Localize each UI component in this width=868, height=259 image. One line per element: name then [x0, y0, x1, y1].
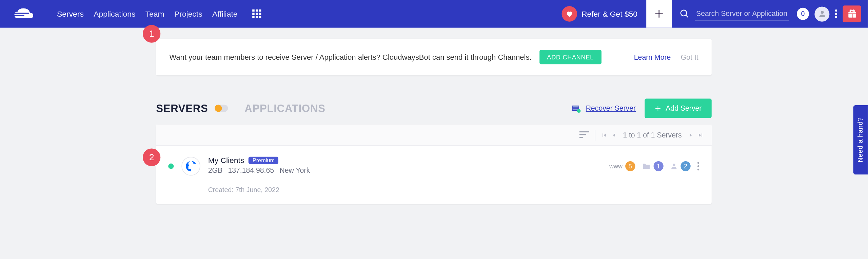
plus-icon — [655, 105, 662, 112]
svg-rect-0 — [13, 13, 29, 14]
page-first-icon[interactable] — [601, 132, 608, 138]
provider-logo — [181, 157, 200, 175]
step-marker-1: 1 — [143, 25, 160, 42]
svg-rect-9 — [579, 131, 589, 132]
step-marker-2: 2 — [143, 148, 160, 166]
channels-banner: Want your team members to receive Server… — [156, 39, 712, 75]
digitalocean-icon — [185, 160, 197, 172]
folder-icon — [642, 162, 651, 170]
primary-nav: Servers Applications Team Projects Affil… — [52, 0, 242, 28]
svg-point-3 — [835, 10, 837, 12]
stat-apps[interactable]: www 5 — [609, 161, 635, 171]
nav-team[interactable]: Team — [140, 0, 169, 28]
recover-server-link[interactable]: Recover Server — [570, 103, 636, 114]
server-info: My Clients Premium 2GB 137.184.98.65 New… — [208, 156, 310, 194]
recover-server-label: Recover Server — [586, 104, 636, 112]
topbar-right: Refer & Get $50 0 — [553, 0, 868, 28]
section-header: SERVERS APPLICATIONS Recover Server Add … — [156, 98, 712, 118]
svg-rect-1 — [12, 15, 24, 16]
server-region: New York — [279, 166, 310, 174]
sort-icon[interactable] — [579, 131, 589, 139]
server-list: 1 to 1 of 1 Servers My Clients Pre — [156, 125, 712, 204]
svg-point-4 — [835, 13, 837, 15]
server-row[interactable]: My Clients Premium 2GB 137.184.98.65 New… — [156, 146, 712, 204]
server-ip: 137.184.98.65 — [228, 166, 274, 174]
tab-applications[interactable]: APPLICATIONS — [244, 102, 325, 114]
stat-projects[interactable]: 1 — [642, 161, 664, 171]
server-stats: www 5 1 2 — [609, 161, 699, 171]
got-it-link[interactable]: Got It — [681, 53, 698, 61]
svg-point-5 — [835, 16, 837, 18]
stat-projects-count: 1 — [653, 161, 663, 171]
svg-point-8 — [577, 109, 580, 112]
list-toolbar: 1 to 1 of 1 Servers — [156, 125, 712, 146]
premium-badge: Premium — [249, 156, 278, 164]
row-kebab-icon[interactable] — [697, 162, 699, 171]
view-toggle[interactable] — [215, 105, 228, 112]
add-channel-button[interactable]: ADD CHANNEL — [539, 50, 601, 64]
search-input[interactable] — [695, 7, 789, 20]
server-size: 2GB — [208, 166, 222, 174]
plus-icon — [654, 9, 664, 19]
refer-label: Refer & Get $50 — [581, 10, 637, 18]
gift-icon — [847, 9, 857, 19]
svg-rect-10 — [579, 134, 586, 135]
user-icon — [817, 10, 826, 18]
learn-more-link[interactable]: Learn More — [634, 53, 671, 61]
server-name: My Clients — [208, 156, 244, 165]
nav-affiliate[interactable]: Affiliate — [207, 0, 242, 28]
pager-label: 1 to 1 of 1 Servers — [623, 131, 682, 139]
tab-servers[interactable]: SERVERS — [156, 102, 208, 114]
svg-point-2 — [821, 11, 824, 14]
page-next-icon[interactable] — [687, 132, 694, 138]
heart-icon — [561, 6, 577, 22]
svg-rect-12 — [188, 169, 189, 170]
refer-link[interactable]: Refer & Get $50 — [553, 6, 646, 22]
stat-team-count: 2 — [680, 161, 690, 171]
svg-point-14 — [673, 164, 675, 166]
user-icon — [670, 162, 678, 170]
www-label: www — [609, 163, 623, 170]
status-indicator — [168, 163, 174, 169]
logo[interactable] — [0, 6, 52, 22]
nav-applications[interactable]: Applications — [89, 0, 141, 28]
stat-apps-count: 5 — [625, 161, 635, 171]
user-avatar[interactable] — [814, 6, 829, 21]
svg-point-15 — [697, 162, 699, 164]
search-icon — [679, 9, 689, 19]
svg-rect-11 — [579, 136, 583, 137]
add-button[interactable] — [646, 0, 672, 28]
help-tab[interactable]: Need a hand? — [853, 105, 868, 174]
divider — [595, 129, 595, 141]
apps-grid-icon[interactable] — [253, 10, 261, 18]
search-wrap — [672, 7, 797, 20]
page-prev-icon[interactable] — [611, 132, 617, 138]
svg-rect-13 — [186, 167, 188, 168]
page-last-icon[interactable] — [697, 132, 704, 138]
server-created: Created: 7th June, 2022 — [208, 186, 310, 194]
banner-text: Want your team members to receive Server… — [169, 53, 531, 61]
top-nav-bar: Servers Applications Team Projects Affil… — [0, 0, 868, 28]
kebab-menu-icon[interactable] — [835, 10, 837, 18]
add-server-label: Add Server — [666, 104, 702, 112]
cloud-logo-icon — [12, 6, 42, 22]
svg-point-16 — [697, 165, 699, 167]
gift-button[interactable] — [843, 5, 861, 22]
nav-projects[interactable]: Projects — [169, 0, 207, 28]
notification-count[interactable]: 0 — [797, 8, 809, 20]
stat-team[interactable]: 2 — [670, 161, 690, 171]
add-server-button[interactable]: Add Server — [645, 98, 712, 118]
svg-rect-6 — [572, 106, 578, 107]
svg-point-17 — [697, 169, 699, 170]
recover-server-icon — [570, 103, 581, 114]
nav-servers[interactable]: Servers — [52, 0, 88, 28]
